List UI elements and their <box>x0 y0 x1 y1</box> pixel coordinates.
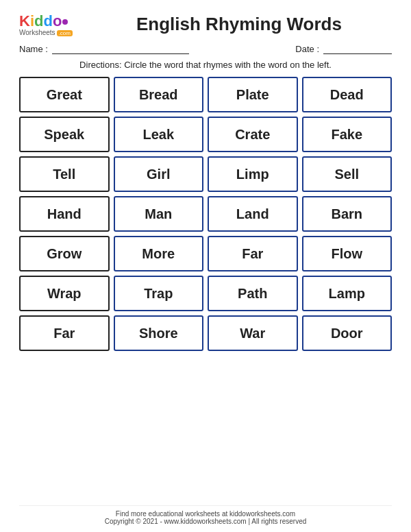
option-cell[interactable]: Far <box>208 236 298 271</box>
word-row: GrowMoreFarFlow <box>19 236 392 271</box>
logo-letter-o: o <box>53 12 62 29</box>
option-cell[interactable]: Leak <box>114 117 204 152</box>
word-row: GreatBreadPlateDead <box>19 77 392 112</box>
option-cell[interactable]: Shore <box>114 315 204 351</box>
name-label: Name : <box>19 44 48 54</box>
word-row: SpeakLeakCrateFake <box>19 117 392 152</box>
option-cell[interactable]: Door <box>302 315 393 351</box>
option-cell[interactable]: Plate <box>208 77 298 112</box>
name-underline <box>52 43 189 54</box>
name-field: Name : <box>19 43 189 54</box>
logo-dot <box>62 19 68 25</box>
option-cell[interactable]: Land <box>208 196 298 232</box>
footer: Find more educational worksheets at kidd… <box>19 505 392 525</box>
date-field: Date : <box>295 43 392 54</box>
word-grid: GreatBreadPlateDeadSpeakLeakCrateFakeTel… <box>19 77 392 498</box>
logo-letter-d: d <box>34 12 43 29</box>
name-date-row: Name : Date : <box>19 43 392 54</box>
option-cell[interactable]: Dead <box>302 77 393 112</box>
footer-line1: Find more educational worksheets at kidd… <box>19 510 392 518</box>
page: Kiddo Worksheets.com English Rhyming Wor… <box>0 0 411 532</box>
option-cell[interactable]: War <box>208 315 298 351</box>
option-cell[interactable]: Barn <box>302 196 393 232</box>
option-cell[interactable]: More <box>114 236 204 271</box>
footer-line2: Copyright © 2021 - www.kiddoworksheets.c… <box>19 518 392 525</box>
option-cell[interactable]: Crate <box>208 117 298 152</box>
header: Kiddo Worksheets.com English Rhyming Wor… <box>19 12 392 36</box>
logo-worksheets: Worksheets.com <box>19 29 73 36</box>
option-cell[interactable]: Limp <box>208 156 298 192</box>
word-row: HandManLandBarn <box>19 196 392 232</box>
word-row: FarShoreWarDoor <box>19 315 392 351</box>
option-cell[interactable]: Flow <box>302 236 393 271</box>
date-underline <box>323 43 392 54</box>
option-cell[interactable]: Bread <box>114 77 204 112</box>
logo-letter-d2: d <box>43 12 52 29</box>
word-cell: Hand <box>19 196 110 232</box>
word-cell: Wrap <box>19 276 110 311</box>
page-title: English Rhyming Words <box>86 14 392 35</box>
logo-letter-k: K <box>19 12 30 29</box>
word-cell: Great <box>19 77 110 112</box>
word-cell: Grow <box>19 236 110 271</box>
option-cell[interactable]: Fake <box>302 117 393 152</box>
option-cell[interactable]: Lamp <box>302 276 393 311</box>
logo-kiddo: Kiddo <box>19 12 68 30</box>
date-label: Date : <box>295 44 319 54</box>
option-cell[interactable]: Trap <box>114 276 204 311</box>
word-cell: Far <box>19 315 110 351</box>
word-row: WrapTrapPathLamp <box>19 276 392 311</box>
word-row: TellGirlLimpSell <box>19 156 392 192</box>
directions-text: Directions: Circle the word that rhymes … <box>19 60 392 70</box>
word-cell: Speak <box>19 117 110 152</box>
logo: Kiddo Worksheets.com <box>19 12 73 36</box>
option-cell[interactable]: Path <box>208 276 298 311</box>
option-cell[interactable]: Man <box>114 196 204 232</box>
option-cell[interactable]: Sell <box>302 156 393 192</box>
word-cell: Tell <box>19 156 110 192</box>
option-cell[interactable]: Girl <box>114 156 204 192</box>
